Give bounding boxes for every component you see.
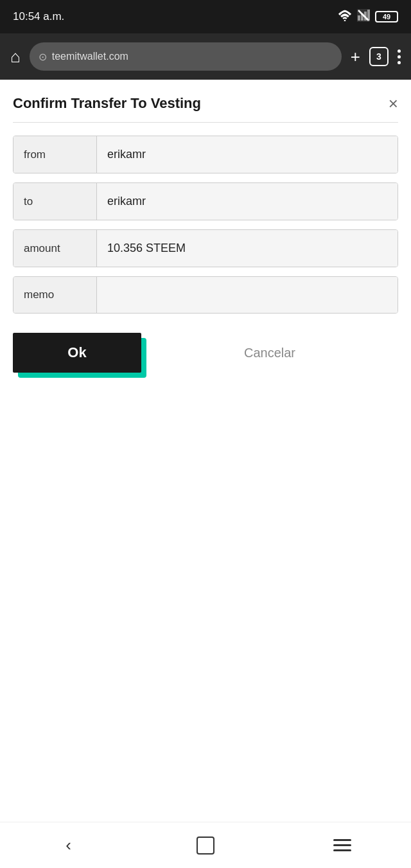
status-bar: 10:54 a.m. 49	[0, 0, 411, 33]
url-bar[interactable]: ⊙ teemitwallet.com	[30, 42, 342, 71]
svg-rect-5	[364, 12, 367, 21]
back-button[interactable]: ‹	[49, 826, 88, 865]
wifi-icon	[338, 10, 352, 24]
dialog-header: Confirm Transfer To Vesting ×	[13, 95, 398, 112]
from-label: from	[13, 136, 97, 173]
back-icon: ‹	[66, 835, 71, 855]
battery-indicator: 49	[375, 11, 398, 22]
svg-rect-4	[361, 13, 363, 21]
ok-button-wrapper: Ok	[13, 333, 141, 373]
ok-button[interactable]: Ok	[13, 333, 141, 373]
browser-menu-button[interactable]	[398, 49, 401, 64]
from-row: from erikamr	[13, 136, 398, 173]
close-button[interactable]: ×	[389, 95, 398, 112]
browser-bar: ⌂ ⊙ teemitwallet.com + 3	[0, 33, 411, 80]
from-value: erikamr	[97, 136, 398, 173]
tabs-count: 3	[376, 51, 381, 62]
status-time: 10:54 a.m.	[13, 10, 64, 23]
home-icon[interactable]: ⌂	[10, 47, 21, 67]
memo-row: memo	[13, 276, 398, 314]
to-value: erikamr	[97, 183, 398, 220]
cancel-button[interactable]: Cancelar	[141, 334, 398, 372]
button-row: Ok Cancelar	[13, 333, 398, 373]
menu-button[interactable]	[323, 826, 362, 865]
amount-label: amount	[13, 230, 97, 267]
page-content: Confirm Transfer To Vesting × from erika…	[0, 80, 411, 822]
home-square-icon	[197, 837, 214, 855]
memo-value	[97, 277, 398, 313]
tabs-button[interactable]: 3	[369, 47, 389, 66]
memo-label: memo	[13, 277, 97, 313]
divider	[13, 122, 398, 123]
svg-rect-3	[358, 15, 360, 21]
bottom-nav: ‹	[0, 822, 411, 868]
to-label: to	[13, 183, 97, 220]
to-row: to erikamr	[13, 182, 398, 220]
url-text: teemitwallet.com	[52, 51, 128, 62]
dialog-title: Confirm Transfer To Vesting	[13, 95, 201, 112]
signal-icon	[357, 9, 370, 24]
battery-level: 49	[383, 13, 390, 21]
home-button[interactable]	[186, 826, 225, 865]
url-icon: ⊙	[39, 51, 47, 63]
new-tab-button[interactable]: +	[351, 47, 360, 67]
svg-point-0	[344, 20, 346, 21]
amount-row: amount 10.356 STEEM	[13, 229, 398, 267]
amount-value: 10.356 STEEM	[97, 230, 398, 267]
svg-rect-6	[367, 10, 370, 21]
menu-lines-icon	[333, 839, 351, 851]
status-icons: 49	[338, 9, 398, 24]
